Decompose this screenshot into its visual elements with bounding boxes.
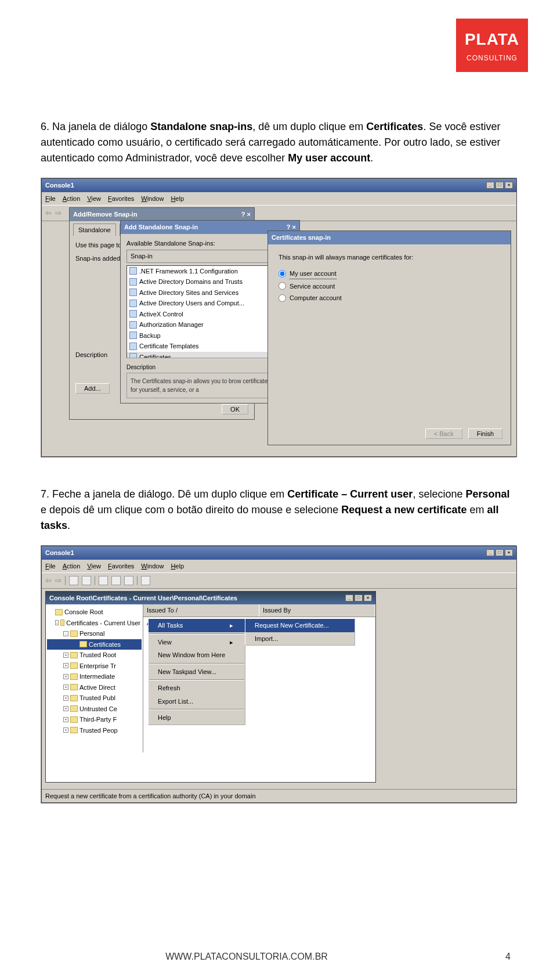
snapin-icon — [129, 267, 137, 275]
screenshot-2: Console1 _ □ × FileActionViewFavoritesWi… — [41, 545, 516, 804]
tool-icon[interactable] — [99, 576, 108, 585]
menu-item[interactable]: File — [45, 561, 56, 571]
context-menu-item[interactable]: All Tasks▸ — [149, 619, 245, 632]
tool-icon[interactable] — [141, 576, 150, 585]
chevron-right-icon: ▸ — [230, 621, 233, 630]
close-icon[interactable]: × — [505, 182, 513, 189]
tool-icon[interactable] — [111, 576, 121, 585]
context-menu-item[interactable]: New Window from Here — [149, 648, 245, 662]
folder-icon — [70, 673, 78, 680]
context-submenu[interactable]: Request New Certificate...Import... — [245, 618, 355, 646]
context-menu-item[interactable]: New Taskpad View... — [149, 665, 245, 679]
radio-option[interactable]: Service account — [278, 280, 500, 293]
menu-item[interactable]: Favorites — [108, 194, 134, 204]
finish-button[interactable]: Finish — [468, 428, 502, 439]
folder-icon — [60, 619, 65, 626]
snapin-icon — [129, 278, 137, 286]
folder-icon — [70, 727, 78, 733]
tool-icon[interactable] — [124, 576, 133, 585]
tree-item[interactable]: +Intermediate — [47, 671, 142, 682]
tree-item[interactable]: +Trusted Publ — [47, 693, 142, 704]
mdi-titlebar: Console Root\Certificates - Current User… — [46, 592, 375, 605]
content-pane: Issued To / Issued By Administrator Admi… — [143, 604, 375, 752]
tab-standalone[interactable]: Standalone — [73, 224, 116, 236]
tree-item[interactable]: Certificates — [47, 639, 142, 650]
folder-icon — [70, 652, 78, 658]
menu-item[interactable]: Help — [171, 561, 184, 571]
context-menu-item[interactable]: Request New Certificate... — [245, 619, 355, 632]
tree-item[interactable]: +Active Direct — [47, 682, 142, 693]
maximize-icon[interactable]: □ — [495, 549, 504, 556]
maximize-icon[interactable]: □ — [355, 595, 363, 601]
logo: PLATA CONSULTING — [456, 19, 528, 72]
dialog-titlebar: Certificates snap-in — [268, 231, 511, 244]
tree-item[interactable]: +Enterprise Tr — [47, 661, 142, 672]
folder-icon — [70, 684, 78, 690]
minimize-icon[interactable]: _ — [486, 182, 494, 189]
context-menu-item[interactable]: Help — [149, 711, 245, 725]
folder-icon — [70, 662, 78, 669]
close-icon[interactable]: × — [364, 595, 372, 601]
forward-icon[interactable]: ⇨ — [55, 575, 62, 586]
chevron-right-icon: ▸ — [230, 637, 233, 647]
folder-icon — [79, 641, 87, 647]
tree-view[interactable]: Console Root-Certificates - Current User… — [46, 604, 143, 752]
tree-item[interactable]: +Trusted Peop — [47, 725, 142, 736]
tree-item[interactable]: -Personal — [47, 628, 142, 639]
back-icon[interactable]: ⇦ — [45, 207, 52, 219]
menu-item[interactable]: Window — [141, 194, 164, 204]
menu-item[interactable]: Window — [141, 561, 164, 571]
snapin-icon — [129, 300, 137, 307]
tree-item[interactable]: +Untrusted Ce — [47, 704, 142, 715]
paragraph-7: 7. Feche a janela de diálogo. Dê um dupl… — [41, 487, 516, 534]
close-icon[interactable]: × — [505, 549, 513, 556]
tree-item[interactable]: -Certificates - Current User — [47, 618, 142, 629]
ok-button[interactable]: OK — [222, 404, 248, 415]
menubar[interactable]: FileActionViewFavoritesWindowHelp — [42, 560, 516, 573]
context-menu[interactable]: All Tasks▸View▸New Window from HereNew T… — [148, 618, 245, 725]
page-footer: WWW.PLATACONSULTORIA.COM.BR 4 — [0, 950, 557, 964]
tool-icon[interactable] — [69, 576, 78, 585]
folder-icon — [70, 705, 78, 712]
logo-text-top: PLATA — [465, 27, 519, 52]
logo-text-bottom: CONSULTING — [466, 53, 518, 63]
maximize-icon[interactable]: □ — [495, 182, 504, 189]
dialog-titlebar: Add/Remove Snap-in ? × — [70, 208, 254, 221]
menu-item[interactable]: Action — [63, 561, 81, 571]
add-button[interactable]: Add... — [75, 383, 110, 394]
context-menu-item[interactable]: Export List... — [149, 695, 245, 708]
radio-option[interactable]: Computer account — [278, 292, 500, 304]
context-menu-item[interactable]: View▸ — [149, 636, 245, 649]
tree-item[interactable]: Console Root — [47, 607, 142, 618]
folder-icon — [70, 630, 78, 637]
footer-url: WWW.PLATACONSULTORIA.COM.BR — [0, 950, 493, 964]
menu-item[interactable]: View — [87, 194, 101, 204]
tree-item[interactable]: +Third-Party F — [47, 714, 142, 725]
menu-item[interactable]: Action — [63, 194, 81, 204]
tool-icon[interactable] — [82, 576, 91, 585]
context-menu-item[interactable]: Refresh — [149, 682, 245, 695]
toolbar: ⇦ ⇨ — [42, 572, 516, 589]
mdi-child-window: Console Root\Certificates - Current User… — [45, 591, 376, 783]
menu-item[interactable]: File — [45, 194, 56, 204]
minimize-icon[interactable]: _ — [486, 549, 494, 556]
radio-option[interactable]: My user account — [278, 268, 500, 280]
folder-icon — [70, 695, 78, 701]
forward-icon[interactable]: ⇨ — [55, 207, 62, 219]
certificates-snapin-wizard: Certificates snap-in This snap-in will a… — [267, 230, 511, 445]
console-title: Console1 — [45, 548, 74, 558]
snapin-icon — [129, 289, 137, 296]
tree-item[interactable]: +Trusted Root — [47, 650, 142, 661]
screenshot-1: Console1 _ □ × FileActionViewFavoritesWi… — [41, 178, 516, 457]
minimize-icon[interactable]: _ — [345, 595, 353, 601]
console-titlebar: Console1 _ □ × — [42, 546, 516, 560]
menu-item[interactable]: Favorites — [108, 561, 134, 571]
back-icon[interactable]: ⇦ — [45, 575, 52, 586]
snapin-icon — [129, 310, 137, 318]
menu-item[interactable]: Help — [171, 194, 184, 204]
context-menu-item[interactable]: Import... — [245, 632, 355, 646]
snapin-icon — [129, 353, 137, 358]
menu-item[interactable]: View — [87, 561, 101, 571]
menubar[interactable]: FileActionViewFavoritesWindowHelp — [42, 192, 516, 206]
snapin-icon — [129, 321, 137, 329]
